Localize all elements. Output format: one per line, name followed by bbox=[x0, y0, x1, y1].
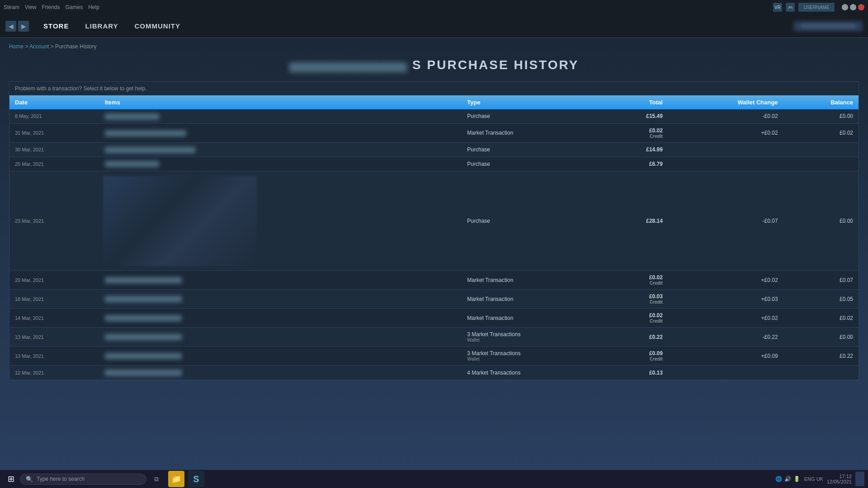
controller-icon[interactable]: 🎮 bbox=[786, 3, 795, 12]
user-icon[interactable]: USERNAME bbox=[798, 3, 835, 12]
taskbar-search-bar[interactable]: 🔍 Type here to search bbox=[20, 474, 146, 485]
table-row[interactable]: 13 Mar, 2021 3 Market Transactions Walle… bbox=[9, 347, 859, 366]
item-blur bbox=[105, 277, 182, 283]
row-total: £0.03 Credit bbox=[606, 290, 668, 309]
row-wallet-balance: £0.22 bbox=[783, 347, 859, 366]
row-wallet-change: +£0.09 bbox=[668, 347, 783, 366]
time-display: 17:12 bbox=[827, 474, 852, 479]
menu-friends[interactable]: Friends bbox=[42, 4, 60, 10]
row-date: 30 Mar, 2021 bbox=[9, 142, 99, 157]
table-row[interactable]: 23 Mar, 2021 Purchase £28.14 -£0.07 £0.0… bbox=[9, 171, 859, 271]
search-icon: 🔍 bbox=[26, 476, 33, 483]
col-wallet-balance: Balance bbox=[783, 95, 859, 109]
row-total: £14.99 bbox=[606, 142, 668, 157]
windows-taskbar: ⊞ 🔍 Type here to search ⧉ 📁 S 🌐 🔊 🔋 ENG … bbox=[0, 470, 868, 488]
vr-icon[interactable]: VR bbox=[773, 3, 782, 12]
item-blur bbox=[105, 296, 182, 302]
nav-library[interactable]: LIBRARY bbox=[78, 19, 125, 33]
row-wallet-balance: £0.05 bbox=[783, 290, 859, 309]
breadcrumb: Home > Account > Purchase History bbox=[0, 38, 868, 53]
row-items bbox=[99, 271, 462, 290]
title-bar-menu: Steam View Friends Games Help bbox=[4, 4, 99, 10]
menu-games[interactable]: Games bbox=[66, 4, 83, 10]
item-blur bbox=[105, 315, 182, 321]
row-total: £0.13 bbox=[606, 366, 668, 380]
taskbar-pinned-apps: ⧉ 📁 S bbox=[148, 471, 204, 487]
breadcrumb-home[interactable]: Home bbox=[9, 43, 24, 50]
title-bar: Steam View Friends Games Help VR 🎮 USERN… bbox=[0, 0, 868, 14]
row-total: £0.09 Credit bbox=[606, 347, 668, 366]
nav-store[interactable]: STORE bbox=[36, 19, 76, 33]
minimize-button[interactable] bbox=[842, 4, 848, 10]
battery-icon: 🔋 bbox=[793, 475, 801, 483]
row-wallet-change: -£0.22 bbox=[668, 328, 783, 347]
item-blur bbox=[105, 370, 182, 376]
row-type: Market Transaction bbox=[462, 123, 606, 142]
close-button[interactable] bbox=[858, 4, 864, 10]
date-display: 12/05/2021 bbox=[827, 479, 852, 484]
table-row[interactable]: 18 Mar, 2021 Market Transaction £0.03 Cr… bbox=[9, 290, 859, 309]
breadcrumb-account[interactable]: Account bbox=[29, 43, 49, 50]
row-type: Market Transaction bbox=[462, 290, 606, 309]
row-total: £28.14 bbox=[606, 171, 668, 271]
help-text: Problem with a transaction? Select it be… bbox=[9, 82, 859, 95]
table-row[interactable]: 31 Mar, 2021 Market Transaction £0.02 Cr… bbox=[9, 123, 859, 142]
table-row[interactable]: 25 Mar, 2021 Purchase £6.79 bbox=[9, 157, 859, 171]
system-tray: 🌐 🔊 🔋 bbox=[775, 475, 801, 483]
row-date: 23 Mar, 2021 bbox=[9, 171, 99, 271]
row-items bbox=[99, 309, 462, 328]
item-blur bbox=[105, 130, 186, 136]
breadcrumb-sep1: > bbox=[25, 43, 29, 50]
item-blur bbox=[105, 161, 159, 167]
maximize-button[interactable] bbox=[850, 4, 856, 10]
row-total: £6.79 bbox=[606, 157, 668, 171]
network-icon: 🌐 bbox=[775, 475, 783, 483]
task-view-button[interactable]: ⧉ bbox=[148, 471, 165, 487]
row-wallet-change: +£0.02 bbox=[668, 271, 783, 290]
row-date: 12 Mar, 2021 bbox=[9, 366, 99, 380]
menu-steam[interactable]: Steam bbox=[4, 4, 19, 10]
table-row[interactable]: 20 Mar, 2021 Market Transaction £0.02 Cr… bbox=[9, 271, 859, 290]
col-items: Items bbox=[99, 95, 462, 109]
username-blur bbox=[289, 62, 407, 72]
row-items bbox=[99, 328, 462, 347]
nav-bar: ◀ ▶ STORE LIBRARY COMMUNITY XXXXXXXXXXXX… bbox=[0, 14, 868, 38]
nav-community[interactable]: COMMUNITY bbox=[127, 19, 188, 33]
row-date: 13 Mar, 2021 bbox=[9, 347, 99, 366]
row-type: Purchase bbox=[462, 157, 606, 171]
start-button[interactable]: ⊞ bbox=[4, 472, 18, 486]
row-total: £15.49 bbox=[606, 109, 668, 123]
col-wallet-change: Wallet Change bbox=[668, 95, 783, 109]
table-row[interactable]: 14 Mar, 2021 Market Transaction £0.02 Cr… bbox=[9, 309, 859, 328]
table-row[interactable]: 30 Mar, 2021 Purchase £14.99 bbox=[9, 142, 859, 157]
item-blur bbox=[105, 113, 159, 120]
menu-view[interactable]: View bbox=[25, 4, 37, 10]
row-items bbox=[99, 142, 462, 157]
user-nav-label: XXXXXXXXXXXXXXX bbox=[794, 21, 863, 31]
row-wallet-change: +£0.02 bbox=[668, 123, 783, 142]
item-blur bbox=[105, 353, 182, 359]
row-type: Market Transaction bbox=[462, 309, 606, 328]
row-date: 13 Mar, 2021 bbox=[9, 328, 99, 347]
table-row[interactable]: 12 Mar, 2021 4 Market Transactions £0.13 bbox=[9, 366, 859, 380]
table-row[interactable]: 13 Mar, 2021 3 Market Transactions Walle… bbox=[9, 328, 859, 347]
row-items bbox=[99, 157, 462, 171]
file-explorer-button[interactable]: 📁 bbox=[168, 471, 184, 487]
row-type: Market Transaction bbox=[462, 271, 606, 290]
volume-icon: 🔊 bbox=[784, 475, 792, 483]
row-items bbox=[99, 123, 462, 142]
row-wallet-balance bbox=[783, 157, 859, 171]
row-wallet-balance: £0.02 bbox=[783, 309, 859, 328]
row-wallet-balance bbox=[783, 142, 859, 157]
taskbar-right: 🌐 🔊 🔋 ENG UK 17:12 12/05/2021 bbox=[775, 472, 864, 486]
row-wallet-change: -£0.07 bbox=[668, 171, 783, 271]
steam-taskbar-button[interactable]: S bbox=[188, 471, 204, 487]
back-button[interactable]: ◀ bbox=[5, 21, 16, 32]
forward-button[interactable]: ▶ bbox=[18, 21, 29, 32]
table-row[interactable]: 8 May, 2021 Purchase £15.49 -£0.02 £0.00 bbox=[9, 109, 859, 123]
item-blur bbox=[105, 334, 182, 340]
show-desktop-button[interactable] bbox=[855, 472, 864, 486]
menu-help[interactable]: Help bbox=[88, 4, 99, 10]
row-wallet-balance: £0.07 bbox=[783, 271, 859, 290]
row-items bbox=[99, 109, 462, 123]
